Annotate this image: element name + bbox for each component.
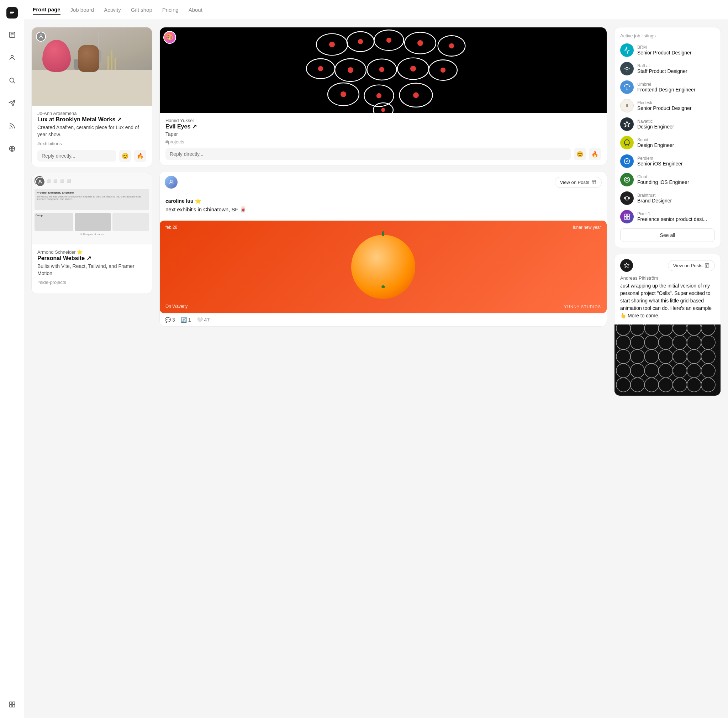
job-item-0[interactable]: BRM Senior Product Designer [620,43,715,57]
nav-job-board[interactable]: Job board [70,5,94,14]
job-item-3[interactable]: fl Flodesk Senior Product Designer [620,99,715,112]
cells-grid-image [615,324,720,396]
svg-point-20 [40,35,41,37]
job-logo-squid [620,136,634,150]
svg-point-34 [318,66,323,71]
comment-action[interactable]: 💬 3 [165,317,175,323]
reply-row-exhibition: 😊 🔥 [37,150,146,162]
svg-rect-2 [10,12,14,13]
job-item-8[interactable]: Braintrust Brand Designer [620,191,715,205]
fire-btn-exhibition[interactable]: 🔥 [134,150,146,162]
job-role-3: Senior Product Designer [637,105,692,111]
job-logo-perdiem [620,154,634,168]
svg-rect-66 [624,217,627,220]
job-item-2[interactable]: Umbrel Frontend Design Engineer [620,80,715,94]
see-all-button[interactable]: See all [620,228,715,242]
job-company-7: Clout [637,174,689,179]
view-on-posts-btn-andreas[interactable]: View on Posts [668,260,715,271]
emoji-btn-evileyes[interactable]: 😊 [574,148,586,160]
job-role-1: Staff Product Designer [637,68,687,74]
search-icon[interactable] [6,74,18,87]
svg-point-62 [624,177,630,183]
svg-point-44 [341,92,346,97]
exhibition-image [32,27,152,106]
external-link-icon-andreas [705,263,710,268]
nav-about[interactable]: About [188,5,202,14]
like-action[interactable]: 🤍 47 [197,317,210,323]
job-item-9[interactable]: Pixel-1 Freelance senior product desi... [620,210,715,223]
svg-line-59 [628,144,629,145]
send-icon[interactable] [6,97,18,110]
job-item-1[interactable]: Raft.ai Staff Product Designer [620,62,715,75]
job-role-9: Freelance senior product desi... [637,216,707,222]
job-item-4[interactable]: Navattic Design Engineer [620,118,715,131]
post-text-caroline: next exhibit's in Chinatown, SF 🀄 [165,206,601,213]
fire-btn-evileyes[interactable]: 🔥 [589,148,601,160]
reply-input-evileyes[interactable] [165,148,571,160]
job-item-5[interactable]: Squid Design Engineer [620,136,715,150]
job-company-0: BRM [637,45,692,50]
repost-count: 1 [188,317,191,323]
middle-column: 🎨 [159,27,607,711]
svg-rect-67 [627,217,630,220]
globe-icon[interactable] [6,142,18,155]
author-inline-caroline [165,176,177,189]
job-company-6: Perdiem [637,156,683,161]
view-on-posts-btn-caroline[interactable]: View on Posts [555,177,602,188]
job-role-4: Design Engineer [637,124,674,130]
top-navigation: Front page Job board Activity Gift shop … [24,0,728,20]
repost-action[interactable]: 🔄 1 [181,317,191,323]
post-tag-evileyes: #projects [165,139,601,144]
content-area: Jo-Ann Arosemena Lux at Brooklyn Metal W… [24,20,728,718]
nav-gift-shop[interactable]: Gift shop [131,5,152,14]
svg-point-9 [9,78,14,82]
job-info-1: Raft.ai Staff Product Designer [637,63,687,74]
comment-icon: 💬 [165,317,171,323]
svg-rect-19 [12,705,15,707]
app-logo[interactable] [6,7,18,18]
svg-point-48 [413,92,419,98]
svg-marker-68 [624,263,629,267]
job-logo-raft [620,62,634,75]
author-badge-website: ⭐ [77,249,83,255]
svg-marker-56 [624,121,630,127]
mid-card-body-caroline: caroline luu ⭐ next exhibit's in Chinato… [160,193,607,221]
right-post-body: Andreas Pihlström Just wrapping up the i… [615,272,720,324]
job-info-6: Perdiem Senior iOS Engineer [637,156,683,167]
feed-icon[interactable] [6,119,18,132]
job-item-6[interactable]: Perdiem Senior iOS Engineer [620,154,715,168]
job-item-7[interactable]: Clout Founding iOS Engineer [620,173,715,186]
nav-pricing[interactable]: Pricing [162,5,179,14]
svg-rect-17 [12,702,15,704]
posts-icon[interactable] [6,698,18,711]
svg-point-51 [170,180,172,182]
svg-point-38 [379,67,384,72]
reply-input-exhibition[interactable] [37,150,116,162]
emoji-btn-exhibition[interactable]: 😊 [119,150,131,162]
svg-line-10 [13,82,15,84]
svg-point-30 [418,40,423,46]
document-icon[interactable] [6,29,18,41]
svg-line-57 [626,144,626,145]
like-count: 47 [204,317,210,323]
post-header-caroline: View on Posts [160,171,607,193]
job-listings-card: Active job listings BRM Senior Product D… [614,27,721,248]
post-desc-exhibition: Created Anafren, ceramic piece for Lux e… [37,124,146,138]
author-name-website: Armond Schneider ⭐ [37,249,146,255]
svg-point-42 [440,67,445,73]
view-on-posts-label-caroline: View on Posts [560,180,589,185]
svg-point-36 [348,67,353,73]
main-container: Front page Job board Activity Gift shop … [24,0,728,718]
nav-front-page[interactable]: Front page [33,5,61,15]
job-company-5: Squid [637,137,674,142]
person-icon[interactable] [6,51,18,64]
svg-point-28 [386,38,392,43]
right-post-text: Just wrapping up the initial version of … [620,282,715,319]
author-avatar-sm-website [35,177,45,187]
svg-rect-18 [9,705,12,707]
nav-activity[interactable]: Activity [104,5,121,14]
author-avatar-sm [36,32,46,42]
author-name-evileyes: Hamid Yuksel [165,118,601,123]
like-icon: 🤍 [197,317,203,323]
svg-point-61 [626,179,629,181]
